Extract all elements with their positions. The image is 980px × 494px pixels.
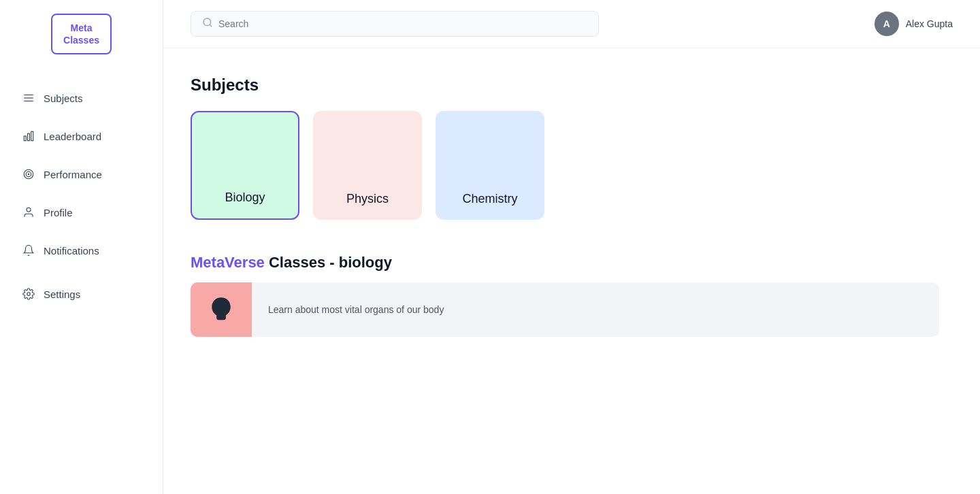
subject-card-chemistry[interactable]: Chemistry	[436, 111, 544, 220]
subject-card-physics[interactable]: Physics	[313, 111, 422, 220]
logo-box: MetaClasses	[51, 14, 112, 54]
sidebar-item-leaderboard[interactable]: Leaderboard	[5, 120, 157, 152]
subject-card-biology[interactable]: Biology	[191, 111, 299, 220]
metaverse-heading: MetaVerse Classes - biology	[191, 254, 953, 271]
svg-point-10	[27, 293, 31, 296]
svg-rect-5	[31, 132, 33, 142]
class-card-image	[191, 282, 252, 337]
sidebar-item-label: Leaderboard	[44, 131, 101, 142]
sidebar-item-profile[interactable]: Profile	[5, 196, 157, 229]
bar-chart-icon	[22, 129, 35, 143]
logo-container: MetaClasses	[0, 14, 163, 54]
avatar: A	[875, 12, 899, 36]
user-name: Alex Gupta	[906, 18, 953, 29]
sidebar-item-settings[interactable]: Settings	[5, 278, 157, 310]
sidebar-item-subjects[interactable]: Subjects	[5, 82, 157, 114]
sidebar-item-label: Settings	[44, 289, 80, 300]
menu-icon	[22, 91, 35, 105]
search-container[interactable]	[191, 11, 599, 37]
subjects-grid: Biology Physics Chemistry	[191, 111, 953, 220]
sidebar-item-notifications[interactable]: Notifications	[5, 234, 157, 267]
search-input[interactable]	[218, 18, 587, 29]
sidebar-item-label: Notifications	[44, 245, 99, 257]
subject-label: Chemistry	[462, 192, 517, 206]
sidebar-item-label: Profile	[44, 207, 73, 218]
svg-rect-3	[24, 136, 26, 141]
sidebar-item-label: Performance	[44, 169, 102, 180]
nav-menu: Subjects Leaderboard Performance Profile	[0, 82, 163, 310]
metaverse-purple-text: MetaVerse	[191, 254, 265, 271]
search-icon	[202, 17, 213, 31]
svg-line-12	[210, 24, 212, 27]
class-card[interactable]: Learn about most vital organs of our bod…	[191, 282, 939, 337]
settings-icon	[22, 287, 35, 301]
svg-point-11	[203, 18, 211, 26]
content-area: Subjects Biology Physics Chemistry MetaV…	[163, 48, 980, 364]
class-card-description: Learn about most vital organs of our bod…	[252, 304, 460, 315]
header: A Alex Gupta	[163, 0, 980, 48]
main-content: A Alex Gupta Subjects Biology Physics Ch…	[163, 0, 980, 494]
user-icon	[22, 205, 35, 219]
target-icon	[22, 167, 35, 181]
subject-label: Biology	[225, 191, 265, 205]
metaverse-normal-text: Classes - biology	[265, 254, 392, 271]
subject-label: Physics	[346, 192, 389, 206]
sidebar: MetaClasses Subjects Leaderboard Perform…	[0, 0, 163, 494]
sidebar-item-performance[interactable]: Performance	[5, 158, 157, 191]
user-info[interactable]: A Alex Gupta	[875, 12, 953, 36]
head-silhouette-icon	[206, 295, 236, 325]
logo-text: MetaClasses	[63, 22, 99, 46]
svg-point-9	[27, 208, 31, 212]
svg-rect-4	[28, 134, 30, 142]
subjects-title: Subjects	[191, 76, 953, 95]
svg-point-8	[28, 174, 29, 176]
bell-icon	[22, 244, 35, 257]
sidebar-item-label: Subjects	[44, 93, 83, 104]
